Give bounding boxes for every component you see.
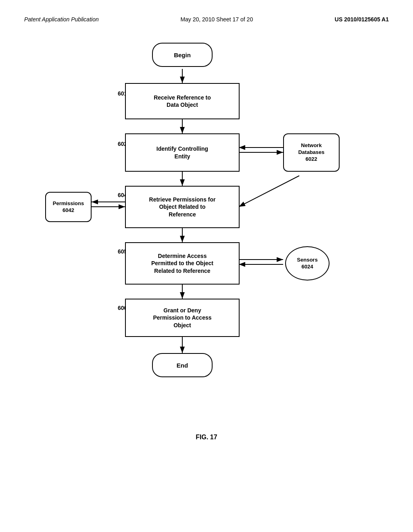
- permissions-node: Permissions6042: [45, 192, 92, 222]
- step-6040: Retrieve Permissions forObject Related t…: [125, 186, 240, 228]
- sensors-node: Sensors6024: [285, 246, 330, 281]
- end-node: End: [152, 353, 213, 377]
- step-6060: Grant or DenyPermission to AccessObject: [125, 299, 240, 337]
- step-6010: Receive Reference toData Object: [125, 83, 240, 119]
- header-center: May 20, 2010 Sheet 17 of 20: [180, 16, 253, 23]
- step-6050: Determine AccessPermitted to the ObjectR…: [125, 242, 240, 285]
- header-left: Patent Application Publication: [24, 16, 99, 23]
- step-6020: Identify ControllingEntity: [125, 133, 240, 172]
- svg-line-9: [239, 176, 299, 207]
- network-db-node: NetworkDatabases6022: [283, 133, 340, 172]
- header-right: US 2010/0125605 A1: [335, 16, 389, 23]
- diagram: Begin 6010 Receive Reference toData Obje…: [33, 31, 380, 426]
- fig-caption: FIG. 17: [24, 434, 389, 441]
- header: Patent Application Publication May 20, 2…: [24, 16, 389, 23]
- begin-node: Begin: [152, 43, 213, 67]
- page: Patent Application Publication May 20, 2…: [0, 0, 413, 532]
